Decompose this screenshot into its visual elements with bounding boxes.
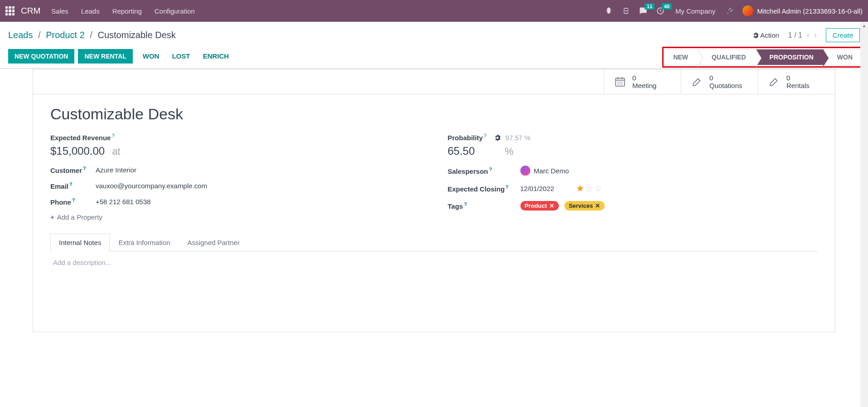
- add-property-button[interactable]: + Add a Property: [50, 213, 421, 221]
- apps-icon[interactable]: [5, 6, 15, 15]
- help-icon[interactable]: ?: [489, 167, 492, 172]
- lost-button[interactable]: LOST: [165, 49, 196, 64]
- tools-icon[interactable]: [726, 7, 734, 15]
- control-bar: Leads / Product 2 / Customizable Desk Ac…: [0, 22, 868, 49]
- plus-icon: +: [50, 213, 54, 221]
- user-menu[interactable]: Mitchell Admin (21333693-16-0-all): [742, 5, 863, 16]
- new-quotation-button[interactable]: NEW QUOTATION: [8, 49, 74, 64]
- stat-quotations-count: 0: [709, 74, 742, 82]
- stage-new[interactable]: NEW: [664, 49, 698, 65]
- breadcrumb-parent[interactable]: Product 2: [46, 30, 85, 40]
- stage-qualified[interactable]: QUALIFIED: [698, 49, 756, 65]
- pager-count: 1 / 1: [788, 31, 802, 39]
- stage-proposition[interactable]: PROPOSITION: [756, 49, 824, 65]
- action-dropdown[interactable]: Action: [752, 31, 779, 39]
- won-button[interactable]: WON: [136, 49, 166, 64]
- help-icon[interactable]: ?: [83, 166, 86, 171]
- tabs: Internal Notes Extra Information Assigne…: [50, 234, 818, 251]
- bug-icon[interactable]: [605, 7, 613, 15]
- calendar-icon: [614, 76, 626, 88]
- scrollbar[interactable]: ▲: [860, 22, 868, 332]
- help-icon[interactable]: ?: [112, 133, 114, 138]
- closing-value[interactable]: 12/01/2022: [520, 185, 554, 192]
- activities-badge: 40: [662, 3, 672, 10]
- salesperson-avatar: [520, 166, 530, 176]
- probability-label: Probability: [448, 134, 483, 142]
- form-sheet: 0 Meeting 0 Quotations 0 Rentals Customi…: [33, 69, 835, 332]
- tag-remove-icon[interactable]: ✕: [595, 202, 600, 209]
- pager-next-icon[interactable]: ›: [814, 30, 817, 40]
- phone-label: Phone: [50, 198, 71, 206]
- stage-bar: NEW QUALIFIED PROPOSITION WON: [662, 47, 865, 68]
- tab-extra-info[interactable]: Extra Information: [110, 234, 179, 251]
- new-rental-button[interactable]: NEW RENTAL: [78, 49, 132, 64]
- user-avatar: [742, 5, 753, 16]
- help-icon[interactable]: ?: [484, 133, 486, 138]
- priority-stars: ★ ☆ ☆: [576, 183, 602, 194]
- phone-value[interactable]: +58 212 681 0538: [96, 198, 150, 206]
- salesperson-label: Salesperson: [448, 167, 488, 175]
- tag-product[interactable]: Product✕: [520, 201, 559, 211]
- auto-probability: 97.57 %: [505, 134, 530, 142]
- menu-leads[interactable]: Leads: [81, 7, 100, 15]
- expected-revenue-value[interactable]: $15,000.00: [50, 145, 105, 157]
- tab-assigned-partner[interactable]: Assigned Partner: [179, 234, 248, 251]
- messages-icon[interactable]: 11: [639, 7, 647, 15]
- user-name: Mitchell Admin (21333693-16-0-all): [757, 7, 863, 15]
- messages-badge: 11: [645, 3, 655, 10]
- breadcrumb-root[interactable]: Leads: [8, 30, 33, 40]
- stage-won[interactable]: WON: [824, 49, 863, 65]
- stat-rentals-label: Rentals: [786, 82, 810, 89]
- gear-icon[interactable]: [494, 134, 503, 142]
- customer-value[interactable]: Azure Interior: [96, 166, 136, 174]
- pager-prev-icon[interactable]: ‹: [807, 30, 810, 40]
- stat-buttons: 0 Meeting 0 Quotations 0 Rentals: [33, 69, 835, 94]
- tab-internal-notes[interactable]: Internal Notes: [50, 234, 110, 251]
- stat-meeting-label: Meeting: [632, 82, 656, 89]
- action-row: NEW QUOTATION NEW RENTAL WON LOST ENRICH…: [0, 49, 868, 68]
- record-title[interactable]: Customizable Desk: [50, 105, 818, 123]
- breadcrumb-current: Customizable Desk: [97, 30, 175, 40]
- help-icon[interactable]: ?: [69, 181, 73, 187]
- scroll-up-icon[interactable]: ▲: [860, 22, 868, 29]
- menu-sales[interactable]: Sales: [51, 7, 68, 15]
- expected-revenue-label: Expected Revenue: [50, 134, 111, 142]
- menu-reporting[interactable]: Reporting: [112, 7, 142, 15]
- stat-meeting-count: 0: [632, 74, 656, 82]
- app-brand[interactable]: CRM: [21, 6, 40, 16]
- create-button[interactable]: Create: [826, 28, 860, 42]
- description-input[interactable]: Add a description...: [50, 251, 818, 274]
- customer-label: Customer: [50, 167, 82, 174]
- star-icon[interactable]: ★: [576, 183, 584, 194]
- percent-symbol: %: [505, 146, 514, 157]
- star-icon[interactable]: ☆: [585, 183, 593, 194]
- email-label: Email: [50, 182, 68, 190]
- activities-icon[interactable]: 40: [656, 7, 664, 15]
- edit-icon: [768, 76, 780, 88]
- top-navbar: CRM Sales Leads Reporting Configuration …: [0, 0, 868, 22]
- tags-label: Tags: [448, 202, 463, 210]
- stat-meeting[interactable]: 0 Meeting: [604, 69, 681, 94]
- stat-rentals-count: 0: [786, 74, 810, 82]
- pager: 1 / 1 ‹ ›: [788, 30, 817, 40]
- tag-services[interactable]: Services✕: [564, 201, 605, 211]
- probability-value[interactable]: 65.50: [448, 145, 475, 157]
- tag-remove-icon[interactable]: ✕: [549, 202, 554, 209]
- edit-icon: [691, 76, 703, 88]
- help-icon[interactable]: ?: [464, 201, 467, 207]
- help-icon[interactable]: ?: [505, 184, 509, 190]
- star-icon[interactable]: ☆: [594, 183, 602, 194]
- closing-label: Expected Closing: [448, 185, 505, 193]
- email-value[interactable]: vauxoo@yourcompany.example.com: [96, 182, 207, 190]
- salesperson-value[interactable]: Marc Demo: [534, 167, 569, 175]
- breadcrumb: Leads / Product 2 / Customizable Desk: [8, 30, 176, 40]
- stat-quotations-label: Quotations: [709, 82, 742, 89]
- company-switcher[interactable]: My Company: [675, 7, 715, 15]
- stat-quotations[interactable]: 0 Quotations: [681, 69, 758, 94]
- enrich-button[interactable]: ENRICH: [196, 49, 235, 64]
- help-icon[interactable]: ?: [72, 197, 75, 203]
- at-label: at: [112, 146, 120, 157]
- debug-icon[interactable]: [622, 7, 630, 15]
- menu-configuration[interactable]: Configuration: [155, 7, 195, 15]
- stat-rentals[interactable]: 0 Rentals: [758, 69, 835, 94]
